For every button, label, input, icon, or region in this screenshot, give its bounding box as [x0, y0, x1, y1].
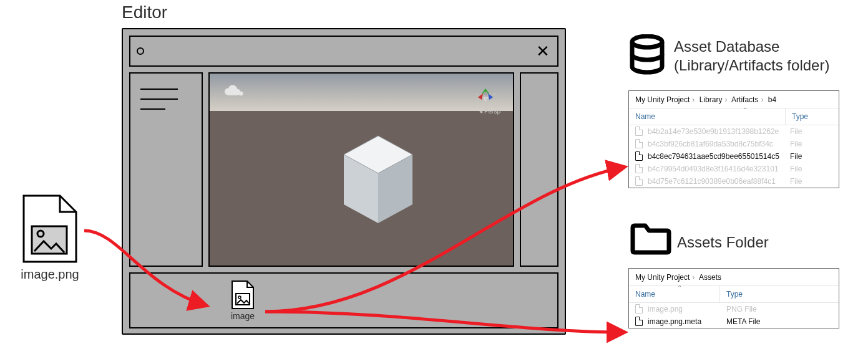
svg-point-16: [632, 36, 662, 47]
file-icon: [635, 164, 644, 174]
file-row[interactable]: b4c79954d0493d8e3f16416d4e323101File: [629, 163, 839, 175]
file-type: File: [790, 127, 832, 136]
svg-text:x: x: [476, 92, 478, 96]
file-row[interactable]: b4d75e7c6121c90389e0b06eaf88f4c1File: [629, 175, 839, 188]
file-name: image.png: [648, 305, 683, 314]
file-type: File: [790, 152, 832, 161]
explorer-asset-database: My Unity Project› Library› Artifacts› b4…: [628, 90, 839, 188]
file-row[interactable]: b4c3bf926cb81af69da53bd8c75bf34cFile: [629, 138, 839, 150]
svg-text:z: z: [494, 92, 495, 96]
svg-marker-3: [488, 93, 493, 100]
source-file-label: image.png: [21, 267, 79, 282]
file-name: b4c8ec794631aae5cd9bee65501514c5: [648, 152, 779, 161]
file-name: b4d75e7c6121c90389e0b06eaf88f4c1: [648, 177, 776, 186]
editor-titlebar: ✕: [129, 36, 558, 67]
file-type: META File: [726, 317, 832, 326]
file-name: b4c3bf926cb81af69da53bd8c75bf34c: [648, 140, 773, 148]
editor-window: ✕ x z ◂ Persp: [122, 28, 566, 335]
source-file: image.png: [21, 194, 79, 282]
orientation-gizmo-icon[interactable]: x z: [473, 80, 498, 105]
folder-icon: [630, 221, 671, 256]
breadcrumb[interactable]: My Unity Project› Library› Artifacts› b4: [629, 91, 839, 108]
file-icon: [635, 304, 644, 314]
breadcrumb[interactable]: My Unity Project› Assets: [629, 269, 839, 285]
svg-rect-5: [484, 92, 487, 95]
svg-marker-4: [482, 97, 489, 102]
editor-hierarchy-panel: [129, 72, 203, 267]
close-icon[interactable]: ✕: [536, 43, 550, 59]
file-icon: [635, 317, 644, 327]
file-row[interactable]: image.png.metaMETA File: [629, 315, 839, 328]
asset-chip-label: image: [230, 311, 255, 321]
file-name: image.png.meta: [648, 317, 701, 326]
file-icon: [635, 127, 644, 136]
explorer-assets-folder: My Unity Project› Assets Name⌃ Type imag…: [628, 268, 839, 328]
asset-database-label: Asset Database (Library/Artifacts folder…: [674, 37, 829, 75]
file-icon: [635, 139, 644, 149]
sort-indicator-icon: ⌃: [743, 107, 748, 113]
file-icon: [635, 151, 644, 161]
svg-point-0: [239, 92, 243, 96]
file-rows: b4b2a14e73e530e9b1913f1398b1262eFileb4c3…: [629, 125, 839, 188]
project-asset-chip[interactable]: image: [230, 280, 255, 321]
file-name: b4b2a14e73e530e9b1913f1398b1262e: [648, 127, 779, 136]
file-row[interactable]: b4c8ec794631aae5cd9bee65501514c5File: [629, 150, 839, 163]
column-headers[interactable]: Name⌃ Type: [629, 108, 839, 125]
scene-sky: [210, 74, 513, 111]
file-type: PNG File: [726, 305, 832, 314]
file-type: File: [790, 177, 832, 186]
assets-folder-label: Assets Folder: [677, 234, 769, 251]
file-row[interactable]: image.pngPNG File: [629, 303, 839, 315]
editor-project-panel[interactable]: image: [129, 272, 558, 328]
asset-thumbnail-icon: [230, 280, 255, 310]
sort-indicator-icon: ⌃: [677, 284, 682, 291]
editor-scene-view[interactable]: x z ◂ Persp: [208, 72, 514, 267]
file-rows: image.pngPNG Fileimage.png.metaMETA File: [629, 303, 839, 328]
projection-label: ◂ Persp: [479, 108, 500, 115]
file-name: b4c79954d0493d8e3f16416d4e323101: [648, 165, 779, 173]
overlay-icon: [223, 85, 246, 98]
image-file-icon: [21, 194, 79, 264]
editor-title: Editor: [122, 2, 167, 22]
file-type: File: [790, 140, 832, 148]
database-icon: [629, 34, 665, 78]
svg-marker-2: [478, 93, 483, 100]
file-type: File: [790, 165, 832, 173]
window-control-icon: [137, 47, 144, 55]
editor-inspector-panel: [520, 72, 558, 267]
column-headers[interactable]: Name⌃ Type: [629, 285, 839, 303]
file-row[interactable]: b4b2a14e73e530e9b1913f1398b1262eFile: [629, 125, 839, 138]
file-icon: [635, 176, 644, 186]
scene-cube[interactable]: [334, 130, 422, 229]
